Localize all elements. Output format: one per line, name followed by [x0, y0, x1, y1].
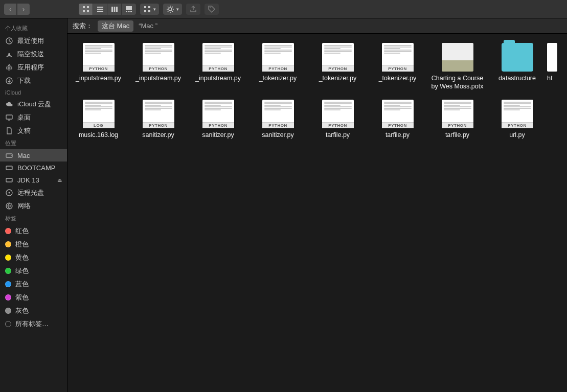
- sidebar-item-label: 黄色: [15, 253, 29, 262]
- sidebar-item[interactable]: 橙色: [0, 238, 67, 251]
- svg-rect-9: [116, 7, 118, 12]
- file-item[interactable]: LOGmusic.163.log: [69, 98, 128, 142]
- scope-this-mac[interactable]: 这台 Mac: [98, 20, 133, 32]
- file-item[interactable]: PYTHON_inputstream.py: [69, 41, 128, 93]
- nav-forward-button[interactable]: ›: [17, 4, 30, 15]
- file-label: sanitizer.py: [262, 131, 294, 140]
- svg-rect-10: [126, 6, 132, 10]
- list-icon: [96, 5, 104, 13]
- sidebar-item[interactable]: 应用程序: [0, 61, 67, 74]
- sidebar-item[interactable]: 网络: [0, 199, 67, 213]
- image-file-icon: [442, 43, 473, 72]
- file-item[interactable]: PYTHON_tokenizer.py: [308, 41, 368, 93]
- globe-icon: [5, 202, 13, 210]
- svg-point-29: [11, 180, 12, 181]
- file-item[interactable]: PYTHON_inputstream.py: [188, 41, 248, 93]
- python-file-icon: PYTHON: [382, 43, 414, 72]
- file-label: sanitizer.py: [202, 131, 234, 140]
- sidebar-item-label: 红色: [15, 226, 29, 236]
- file-item[interactable]: PYTHONurl.py: [487, 98, 547, 142]
- gallery-view-button[interactable]: [122, 4, 136, 15]
- svg-point-27: [11, 168, 12, 169]
- file-label: tarfile.py: [326, 131, 350, 140]
- file-item[interactable]: PYTHONsanitizer.py: [128, 98, 188, 142]
- sidebar-item[interactable]: BOOTCAMP: [0, 162, 67, 174]
- svg-rect-16: [144, 10, 146, 12]
- sidebar-item[interactable]: 下载: [0, 74, 67, 87]
- sidebar-item-label: 蓝色: [15, 280, 29, 289]
- group-by-button[interactable]: ▾: [140, 4, 159, 15]
- clock-icon: [5, 37, 13, 45]
- sidebar-item[interactable]: 隔空投送: [0, 48, 67, 61]
- sidebar-item[interactable]: 桌面: [0, 111, 67, 124]
- sidebar-item-label: 所有标签…: [15, 319, 49, 329]
- sidebar-item[interactable]: 所有标签…: [0, 317, 67, 331]
- python-file-icon: PYTHON: [143, 100, 174, 128]
- icon-view-button[interactable]: [79, 4, 93, 15]
- action-button[interactable]: ▾: [163, 4, 182, 15]
- tag-dot-icon: [5, 268, 11, 274]
- sidebar-item-label: 隔空投送: [17, 50, 44, 59]
- file-item[interactable]: PYTHON_tokenizer.py: [368, 41, 427, 93]
- tags-button[interactable]: [205, 4, 219, 15]
- file-item[interactable]: PYTHONtarfile.py: [427, 98, 487, 142]
- sidebar-item[interactable]: 远程光盘: [0, 186, 67, 199]
- share-button[interactable]: [186, 4, 200, 15]
- sidebar-item-label: 桌面: [17, 113, 31, 122]
- sidebar-item[interactable]: iCloud 云盘: [0, 98, 67, 111]
- sidebar-item[interactable]: 灰色: [0, 304, 67, 317]
- eject-icon[interactable]: ⏏: [57, 177, 62, 183]
- file-item[interactable]: PYTHON_tokenizer.py: [248, 41, 308, 93]
- file-item[interactable]: PYTHONsanitizer.py: [188, 98, 248, 142]
- python-file-icon: PYTHON: [262, 43, 294, 72]
- file-label: _inputstream.py: [135, 75, 181, 83]
- column-view-button[interactable]: [107, 4, 122, 15]
- svg-rect-4: [97, 7, 103, 8]
- tag-dot-icon: [5, 321, 11, 327]
- scope-current-folder[interactable]: “Mac ”: [139, 22, 157, 30]
- sidebar-item[interactable]: Mac: [0, 149, 67, 162]
- gallery-icon: [125, 5, 133, 13]
- file-item[interactable]: PYTHONsanitizer.py: [248, 98, 308, 142]
- sidebar-section-title: 标签: [0, 213, 67, 224]
- file-label: _inputstream.py: [195, 75, 241, 83]
- sidebar-item[interactable]: 红色: [0, 224, 67, 238]
- file-grid: PYTHON_inputstream.pyPYTHON_inputstream.…: [69, 41, 566, 142]
- file-item[interactable]: datastructure: [487, 41, 547, 93]
- svg-point-21: [8, 53, 10, 55]
- sidebar-item[interactable]: JDK 13⏏: [0, 174, 67, 186]
- view-mode-group: [79, 4, 136, 15]
- svg-point-19: [210, 7, 211, 8]
- search-label: 搜索：: [73, 21, 93, 31]
- sidebar-item[interactable]: 文稿: [0, 124, 67, 137]
- sidebar-item-label: 应用程序: [17, 63, 44, 72]
- file-item[interactable]: ht: [547, 41, 567, 93]
- list-view-button[interactable]: [93, 4, 107, 15]
- tag-dot-icon: [5, 255, 11, 261]
- nav-buttons: ‹ ›: [4, 4, 30, 15]
- file-item[interactable]: PYTHONtarfile.py: [368, 98, 427, 142]
- disk-icon: [5, 176, 13, 184]
- nav-back-button[interactable]: ‹: [4, 4, 16, 15]
- sidebar-item[interactable]: 绿色: [0, 264, 67, 278]
- file-item[interactable]: PYTHON_inputstream.py: [128, 41, 188, 93]
- sidebar-item[interactable]: 蓝色: [0, 278, 67, 291]
- tag-dot-icon: [5, 308, 11, 314]
- file-item[interactable]: Charting a Course by Wes Moss.potx: [427, 41, 487, 93]
- svg-rect-7: [111, 7, 113, 12]
- file-item[interactable]: PYTHONtarfile.py: [308, 98, 368, 142]
- sidebar-item-label: 绿色: [15, 266, 29, 275]
- partial-file-icon: [547, 43, 557, 72]
- svg-rect-8: [114, 7, 115, 12]
- tag-dot-icon: [5, 281, 11, 287]
- sidebar-item[interactable]: 黄色: [0, 251, 67, 264]
- sidebar-item[interactable]: 最近使用: [0, 34, 67, 48]
- svg-rect-23: [6, 115, 12, 119]
- sidebar-item-label: BOOTCAMP: [17, 164, 55, 172]
- content-area: 搜索： 这台 Mac “Mac ” PYTHON_inputstream.pyP…: [67, 18, 567, 392]
- columns-icon: [110, 5, 119, 13]
- sidebar-item[interactable]: 紫色: [0, 291, 67, 304]
- toolbar: ‹ › ▾ ▾: [0, 0, 567, 18]
- airdrop-icon: [5, 50, 13, 58]
- sidebar-item-label: JDK 13: [17, 176, 39, 184]
